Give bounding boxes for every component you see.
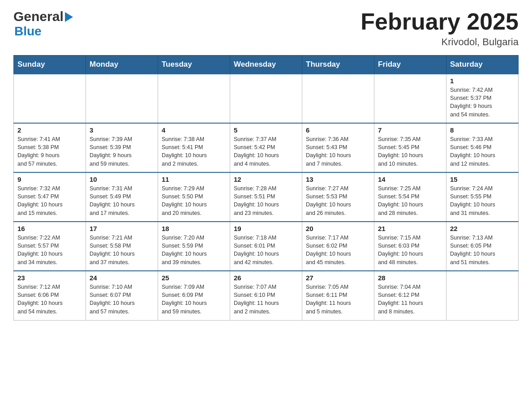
logo: General Blue — [13, 9, 73, 39]
col-monday: Monday — [86, 56, 158, 74]
calendar-cell: 21Sunrise: 7:15 AM Sunset: 6:03 PM Dayli… — [374, 222, 446, 271]
day-number: 3 — [90, 126, 154, 134]
logo-blue-text: Blue — [14, 24, 42, 38]
calendar-cell: 22Sunrise: 7:13 AM Sunset: 6:05 PM Dayli… — [446, 222, 519, 271]
calendar-cell: 10Sunrise: 7:31 AM Sunset: 5:49 PM Dayli… — [86, 172, 158, 222]
day-info: Sunrise: 7:27 AM Sunset: 5:53 PM Dayligh… — [306, 184, 370, 217]
calendar-cell: 8Sunrise: 7:33 AM Sunset: 5:46 PM Daylig… — [446, 123, 519, 172]
calendar-cell: 6Sunrise: 7:36 AM Sunset: 5:43 PM Daylig… — [302, 123, 374, 172]
day-number: 18 — [162, 225, 226, 232]
calendar-cell — [14, 74, 86, 123]
calendar-cell: 26Sunrise: 7:07 AM Sunset: 6:10 PM Dayli… — [230, 271, 302, 320]
day-number: 2 — [17, 126, 82, 134]
day-info: Sunrise: 7:05 AM Sunset: 6:11 PM Dayligh… — [306, 283, 370, 316]
calendar-cell: 14Sunrise: 7:25 AM Sunset: 5:54 PM Dayli… — [374, 172, 446, 222]
day-info: Sunrise: 7:36 AM Sunset: 5:43 PM Dayligh… — [306, 135, 370, 168]
calendar-cell: 1Sunrise: 7:42 AM Sunset: 5:37 PM Daylig… — [446, 74, 519, 123]
calendar-cell: 12Sunrise: 7:28 AM Sunset: 5:51 PM Dayli… — [230, 172, 302, 222]
day-number: 26 — [234, 274, 298, 282]
col-friday: Friday — [374, 56, 446, 74]
calendar-cell: 13Sunrise: 7:27 AM Sunset: 5:53 PM Dayli… — [302, 172, 374, 222]
day-number: 9 — [17, 176, 82, 183]
calendar-cell: 5Sunrise: 7:37 AM Sunset: 5:42 PM Daylig… — [230, 123, 302, 172]
day-number: 22 — [450, 225, 515, 232]
day-number: 12 — [234, 176, 298, 183]
col-saturday: Saturday — [446, 56, 519, 74]
col-wednesday: Wednesday — [230, 56, 302, 74]
page-header: General Blue February 2025 Krivodol, Bul… — [13, 9, 519, 48]
calendar-week-row: 16Sunrise: 7:22 AM Sunset: 5:57 PM Dayli… — [14, 222, 519, 271]
day-number: 19 — [234, 225, 298, 232]
calendar-week-row: 23Sunrise: 7:12 AM Sunset: 6:06 PM Dayli… — [14, 271, 519, 320]
day-info: Sunrise: 7:39 AM Sunset: 5:39 PM Dayligh… — [90, 135, 154, 168]
day-info: Sunrise: 7:10 AM Sunset: 6:07 PM Dayligh… — [90, 283, 154, 316]
day-info: Sunrise: 7:21 AM Sunset: 5:58 PM Dayligh… — [90, 234, 154, 266]
day-info: Sunrise: 7:32 AM Sunset: 5:47 PM Dayligh… — [17, 184, 82, 217]
day-number: 23 — [17, 274, 82, 282]
day-info: Sunrise: 7:20 AM Sunset: 5:59 PM Dayligh… — [162, 234, 226, 266]
month-title: February 2025 — [360, 9, 519, 34]
calendar-cell: 27Sunrise: 7:05 AM Sunset: 6:11 PM Dayli… — [302, 271, 374, 320]
calendar-cell: 23Sunrise: 7:12 AM Sunset: 6:06 PM Dayli… — [14, 271, 86, 320]
day-info: Sunrise: 7:13 AM Sunset: 6:05 PM Dayligh… — [450, 234, 515, 266]
location-text: Krivodol, Bulgaria — [360, 36, 519, 48]
calendar-cell: 15Sunrise: 7:24 AM Sunset: 5:55 PM Dayli… — [446, 172, 519, 222]
calendar-cell: 20Sunrise: 7:17 AM Sunset: 6:02 PM Dayli… — [302, 222, 374, 271]
day-number: 4 — [162, 126, 226, 134]
day-info: Sunrise: 7:29 AM Sunset: 5:50 PM Dayligh… — [162, 184, 226, 217]
day-info: Sunrise: 7:18 AM Sunset: 6:01 PM Dayligh… — [234, 234, 298, 266]
day-info: Sunrise: 7:22 AM Sunset: 5:57 PM Dayligh… — [17, 234, 82, 266]
day-number: 27 — [306, 274, 370, 282]
day-number: 13 — [306, 176, 370, 183]
calendar-cell: 24Sunrise: 7:10 AM Sunset: 6:07 PM Dayli… — [86, 271, 158, 320]
day-info: Sunrise: 7:28 AM Sunset: 5:51 PM Dayligh… — [234, 184, 298, 217]
col-sunday: Sunday — [14, 56, 86, 74]
logo-general-text: General — [13, 9, 64, 24]
calendar-cell: 19Sunrise: 7:18 AM Sunset: 6:01 PM Dayli… — [230, 222, 302, 271]
day-info: Sunrise: 7:42 AM Sunset: 5:37 PM Dayligh… — [450, 86, 515, 119]
calendar-cell: 3Sunrise: 7:39 AM Sunset: 5:39 PM Daylig… — [86, 123, 158, 172]
calendar-table: Sunday Monday Tuesday Wednesday Thursday… — [13, 55, 519, 321]
calendar-cell — [158, 74, 230, 123]
calendar-cell — [302, 74, 374, 123]
day-number: 6 — [306, 126, 370, 134]
day-number: 20 — [306, 225, 370, 232]
day-number: 5 — [234, 126, 298, 134]
calendar-week-row: 9Sunrise: 7:32 AM Sunset: 5:47 PM Daylig… — [14, 172, 519, 222]
calendar-week-row: 1Sunrise: 7:42 AM Sunset: 5:37 PM Daylig… — [14, 74, 519, 123]
calendar-week-row: 2Sunrise: 7:41 AM Sunset: 5:38 PM Daylig… — [14, 123, 519, 172]
col-thursday: Thursday — [302, 56, 374, 74]
day-number: 17 — [90, 225, 154, 232]
calendar-cell — [446, 271, 519, 320]
day-info: Sunrise: 7:04 AM Sunset: 6:12 PM Dayligh… — [378, 283, 442, 316]
day-info: Sunrise: 7:25 AM Sunset: 5:54 PM Dayligh… — [378, 184, 442, 217]
svg-marker-0 — [65, 12, 73, 22]
day-number: 11 — [162, 176, 226, 183]
day-info: Sunrise: 7:17 AM Sunset: 6:02 PM Dayligh… — [306, 234, 370, 266]
day-number: 25 — [162, 274, 226, 282]
day-info: Sunrise: 7:35 AM Sunset: 5:45 PM Dayligh… — [378, 135, 442, 168]
day-number: 24 — [90, 274, 154, 282]
calendar-cell — [230, 74, 302, 123]
day-number: 7 — [378, 126, 442, 134]
calendar-cell: 11Sunrise: 7:29 AM Sunset: 5:50 PM Dayli… — [158, 172, 230, 222]
day-info: Sunrise: 7:12 AM Sunset: 6:06 PM Dayligh… — [17, 283, 82, 316]
calendar-cell: 2Sunrise: 7:41 AM Sunset: 5:38 PM Daylig… — [14, 123, 86, 172]
day-number: 1 — [450, 77, 515, 85]
calendar-header-row: Sunday Monday Tuesday Wednesday Thursday… — [14, 56, 519, 74]
calendar-cell: 25Sunrise: 7:09 AM Sunset: 6:09 PM Dayli… — [158, 271, 230, 320]
day-number: 8 — [450, 126, 515, 134]
day-info: Sunrise: 7:09 AM Sunset: 6:09 PM Dayligh… — [162, 283, 226, 316]
logo-arrow-icon — [65, 12, 73, 22]
day-info: Sunrise: 7:38 AM Sunset: 5:41 PM Dayligh… — [162, 135, 226, 168]
day-info: Sunrise: 7:31 AM Sunset: 5:49 PM Dayligh… — [90, 184, 154, 217]
calendar-cell — [374, 74, 446, 123]
calendar-cell: 9Sunrise: 7:32 AM Sunset: 5:47 PM Daylig… — [14, 172, 86, 222]
calendar-cell: 17Sunrise: 7:21 AM Sunset: 5:58 PM Dayli… — [86, 222, 158, 271]
day-number: 10 — [90, 176, 154, 183]
col-tuesday: Tuesday — [158, 56, 230, 74]
day-info: Sunrise: 7:41 AM Sunset: 5:38 PM Dayligh… — [17, 135, 82, 168]
calendar-cell — [86, 74, 158, 123]
day-info: Sunrise: 7:33 AM Sunset: 5:46 PM Dayligh… — [450, 135, 515, 168]
calendar-cell: 18Sunrise: 7:20 AM Sunset: 5:59 PM Dayli… — [158, 222, 230, 271]
